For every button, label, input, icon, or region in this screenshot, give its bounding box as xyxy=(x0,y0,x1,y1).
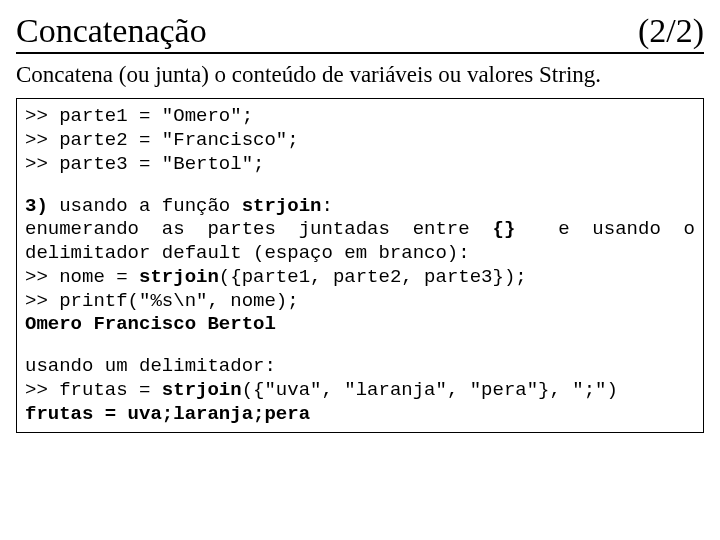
text: e usando o xyxy=(535,218,695,242)
text: >> nome = xyxy=(25,266,139,288)
blank-line xyxy=(25,337,695,355)
slide-header: Concatenação (2/2) xyxy=(16,12,704,54)
output-line: Omero Francisco Bertol xyxy=(25,313,695,337)
text: ({parte1, parte2, parte3}); xyxy=(219,266,527,288)
func-name: strjoin xyxy=(139,266,219,288)
slide-title: Concatenação xyxy=(16,12,207,50)
text: >> frutas = xyxy=(25,379,162,401)
text: ({"uva", "laranja", "pera"}, ";") xyxy=(242,379,618,401)
code-line: >> nome = strjoin({parte1, parte2, parte… xyxy=(25,266,695,290)
text: usando a função xyxy=(48,195,242,217)
code-line: delimitador default (espaço em branco): xyxy=(25,242,695,266)
func-name: strjoin xyxy=(162,379,242,401)
code-line: >> parte1 = "Omero"; xyxy=(25,105,695,129)
func-name: strjoin xyxy=(242,195,322,217)
item-number: 3) xyxy=(25,195,48,217)
page-number: (2/2) xyxy=(638,12,704,50)
output-line: frutas = uva;laranja;pera xyxy=(25,403,695,427)
code-box: >> parte1 = "Omero"; >> parte2 = "Franci… xyxy=(16,98,704,433)
code-line: >> printf("%s\n", nome); xyxy=(25,290,695,314)
text: enumerando as partes juntadas entre xyxy=(25,218,492,240)
code-line: usando um delimitador: xyxy=(25,355,695,379)
code-line: >> frutas = strjoin({"uva", "laranja", "… xyxy=(25,379,695,403)
slide-subtitle: Concatena (ou junta) o conteúdo de variá… xyxy=(16,62,704,88)
text: : xyxy=(321,195,332,217)
braces: {} xyxy=(492,218,515,240)
code-line: 3) usando a função strjoin: xyxy=(25,195,695,219)
code-line: enumerando as partes juntadas entre {} e… xyxy=(25,218,695,242)
code-line: >> parte2 = "Francisco"; xyxy=(25,129,695,153)
blank-line xyxy=(25,177,695,195)
code-line: >> parte3 = "Bertol"; xyxy=(25,153,695,177)
